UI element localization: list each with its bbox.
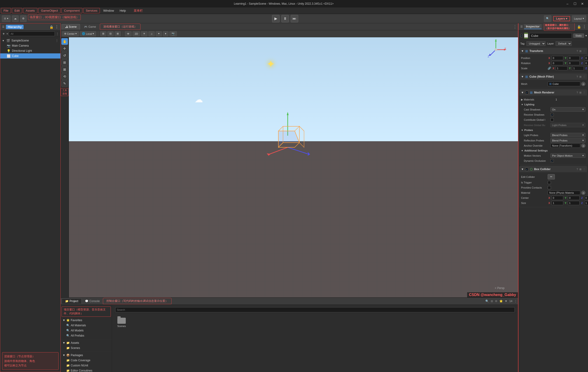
additional-settings-foldout[interactable]: ▼ Additional Settings (521, 148, 585, 153)
center-toggle[interactable]: ⊕ Center ▾ (62, 31, 79, 36)
scene-gizmo[interactable]: X Y Z (485, 39, 506, 60)
static-toggle[interactable]: Static (573, 34, 584, 38)
cast-shadows-dropdown[interactable]: On ▾ (550, 107, 585, 112)
mesh-filter-header[interactable]: ▼ ⊞ Cube (Mesh Filter) ? ⊞ ⋮ (520, 74, 587, 80)
mesh-select-btn[interactable]: ◎ (581, 82, 585, 86)
hierarchy-options-icon[interactable]: ⋮ (55, 25, 59, 29)
menu-help[interactable]: Help (117, 8, 128, 13)
hierarchy-lock-icon[interactable]: 🔒 (50, 25, 53, 29)
provides-contacts-checkbox[interactable] (548, 186, 551, 189)
size-y-input[interactable] (568, 201, 580, 205)
inspector-lock-icon[interactable]: 🔒 (577, 25, 581, 29)
layers-button[interactable]: Layers ▾ (553, 16, 570, 21)
probes-foldout[interactable]: ▼ Probes (521, 128, 585, 132)
menu-gameobject[interactable]: GameObject (38, 8, 60, 13)
dynamic-occlusion-checkbox[interactable] (550, 159, 554, 162)
main-camera-item[interactable]: 📷 Main Camera (0, 43, 60, 48)
center-y-input[interactable] (568, 196, 580, 200)
object-name-input[interactable] (529, 33, 572, 39)
mesh-renderer-menu[interactable]: ⋮ (583, 91, 585, 94)
toolbar-settings-btn[interactable]: ⚙ (20, 15, 27, 22)
rot-x-input[interactable] (552, 61, 563, 65)
box-collider-menu[interactable]: ⋮ (583, 168, 585, 171)
2d-toggle[interactable]: 2D (133, 31, 140, 36)
layer-select[interactable]: Default (556, 41, 572, 46)
bottom-toolbar-icon1[interactable]: 🔍 (485, 300, 489, 303)
bottom-toolbar-icon2[interactable]: ⊞ (491, 300, 493, 303)
transform-tool[interactable]: ⟲ (61, 73, 68, 80)
mesh-filter-settings[interactable]: ⊞ (579, 75, 581, 78)
contribute-gi-checkbox[interactable] (550, 118, 554, 121)
transform-header[interactable]: ▼ ⊞ Transform ? ⊞ ⋮ (520, 48, 587, 54)
hierarchy-add-button[interactable]: + (2, 32, 6, 36)
bottom-menu-icon[interactable]: ⋮ (514, 300, 517, 303)
pos-z-input[interactable] (584, 56, 588, 60)
collider-material-btn[interactable]: ◎ (581, 191, 585, 195)
scale-x-input[interactable] (556, 66, 567, 70)
bottom-toolbar-icon4[interactable]: ⭐ (499, 300, 503, 303)
object-active-checkbox[interactable] (520, 34, 523, 37)
menu-window[interactable]: Window (101, 8, 116, 13)
scale-y-input[interactable] (572, 66, 584, 70)
project-tab[interactable]: 📁 Project (62, 298, 82, 304)
scene-expand-arrow[interactable]: ▼ (2, 39, 5, 42)
light-probes-dropdown[interactable]: Blend Probes ▾ (550, 133, 585, 137)
transform-help[interactable]: ? (577, 50, 578, 52)
scenes-folder-asset[interactable]: Scenes (116, 317, 127, 328)
toolbar-account-btn[interactable]: ⊙ ▾ (2, 15, 10, 22)
lighting-foldout[interactable]: ▼ Lighting (521, 102, 585, 107)
box-collider-help[interactable]: ? (577, 168, 578, 171)
hierarchy-menu-icon[interactable]: ☰ (2, 25, 4, 29)
camera-options[interactable]: 📷 (169, 31, 177, 36)
mesh-renderer-settings[interactable]: ⊞ (579, 91, 581, 94)
rot-y-input[interactable] (568, 61, 580, 65)
project-search-input[interactable] (115, 307, 515, 312)
gizmos-toggle[interactable]: ⊞ (100, 31, 106, 36)
move-tool[interactable]: ✛ (61, 45, 68, 52)
code-coverage-item[interactable]: 📁 Code Coverage (61, 358, 112, 363)
size-x-input[interactable] (552, 201, 563, 205)
rect-tool[interactable]: ⊠ (61, 66, 68, 73)
game-tab[interactable]: 🎮 Game (81, 24, 99, 30)
all-materials-item[interactable]: 🔍 All Materials (61, 323, 112, 328)
lighting-toggle[interactable]: ☀ (141, 31, 147, 36)
packages-section[interactable]: ▼ 📦 Packages (61, 353, 112, 358)
center-z-input[interactable] (584, 196, 588, 200)
scale-tool[interactable]: ⊞ (61, 59, 68, 66)
pos-y-input[interactable] (568, 56, 580, 60)
layout-button[interactable]: Layout ▾ (572, 15, 586, 22)
custom-nunit-item[interactable]: 📁 Custom NUnit (61, 363, 112, 368)
assets-section[interactable]: ▼ 📁 Assets (61, 340, 112, 345)
minimize-button[interactable]: – (565, 1, 570, 7)
cube-item[interactable]: ⬜ Cube (0, 53, 60, 59)
mesh-filter-help[interactable]: ? (577, 75, 578, 78)
hierarchy-add-dropdown[interactable]: ▾ (7, 32, 8, 35)
game-play-tab[interactable]: 游戏播放窗口（运行游戏） (100, 24, 140, 30)
rot-z-input[interactable] (584, 61, 588, 65)
mesh-filter-menu[interactable]: ⋮ (583, 75, 585, 78)
menu-component[interactable]: Component (61, 8, 82, 13)
inspector-menu-icon[interactable]: ☰ (520, 25, 523, 28)
local-toggle[interactable]: 🌐 Local ▾ (80, 31, 96, 36)
console-tab[interactable]: 💬 Console (82, 299, 103, 304)
menu-edit[interactable]: Edit (12, 8, 22, 13)
pause-button[interactable]: ⏸ (281, 15, 289, 22)
motion-vectors-dropdown[interactable]: Per Object Motion ▾ (550, 153, 585, 158)
inspector-tab[interactable]: Inspector (524, 24, 542, 29)
toolbar-cloud-btn[interactable]: ☁ (12, 15, 19, 22)
close-button[interactable]: ✕ (580, 1, 585, 7)
toolbar-search-btn[interactable]: 🔍 (544, 15, 551, 22)
all-models-item[interactable]: 🔍 All Models (61, 328, 112, 333)
all-prefabs-item[interactable]: 🔍 All Prefabs (61, 333, 112, 338)
hierarchy-tab[interactable]: Hierarchy (6, 25, 24, 29)
custom-tool[interactable]: ✎ (61, 80, 68, 87)
reflection-probes-dropdown[interactable]: Blend Probes ▾ (550, 138, 585, 143)
maximize-button[interactable]: ☐ (572, 1, 578, 7)
editor-coroutines-item[interactable]: 📁 Editor Coroutines (61, 368, 112, 372)
hand-tool[interactable]: ✋ (61, 38, 68, 45)
menu-file[interactable]: File (1, 8, 11, 13)
box-collider-header[interactable]: ▼ ⬡ Box Collider ? ⊞ ⋮ (520, 166, 587, 172)
center-x-input[interactable] (552, 196, 563, 200)
mesh-renderer-header[interactable]: ▼ ⊞ Mesh Renderer ? ⊞ ⋮ (520, 90, 587, 96)
scene-menu-icon[interactable]: ⋮ (55, 39, 59, 42)
